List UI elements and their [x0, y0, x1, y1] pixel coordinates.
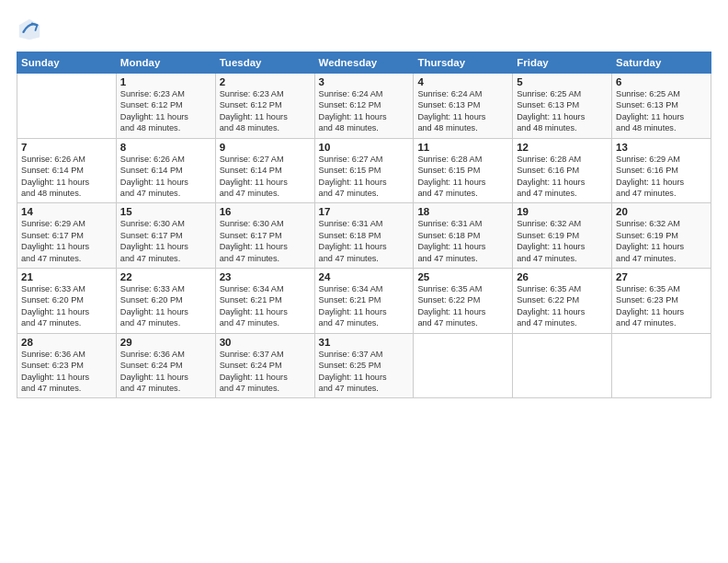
day-info: Sunrise: 6:29 AM Sunset: 6:17 PM Dayligh…: [21, 218, 112, 264]
day-number: 23: [220, 271, 311, 282]
day-info: Sunrise: 6:28 AM Sunset: 6:15 PM Dayligh…: [417, 154, 508, 200]
day-number: 8: [120, 142, 211, 153]
day-info: Sunrise: 6:23 AM Sunset: 6:12 PM Dayligh…: [120, 88, 211, 134]
day-number: 2: [220, 76, 311, 87]
weekday-header-row: SundayMondayTuesdayWednesdayThursdayFrid…: [17, 52, 711, 74]
calendar-cell: 28Sunrise: 6:36 AM Sunset: 6:23 PM Dayli…: [17, 333, 117, 398]
calendar-cell: 11Sunrise: 6:28 AM Sunset: 6:15 PM Dayli…: [414, 138, 513, 203]
day-number: 27: [616, 271, 707, 282]
calendar-week-row: 14Sunrise: 6:29 AM Sunset: 6:17 PM Dayli…: [17, 203, 711, 269]
day-number: 21: [21, 271, 112, 282]
calendar-cell: [414, 333, 513, 398]
day-info: Sunrise: 6:27 AM Sunset: 6:14 PM Dayligh…: [220, 154, 311, 200]
day-info: Sunrise: 6:28 AM Sunset: 6:16 PM Dayligh…: [517, 154, 608, 200]
day-info: Sunrise: 6:33 AM Sunset: 6:20 PM Dayligh…: [120, 283, 211, 329]
calendar-cell: 26Sunrise: 6:35 AM Sunset: 6:22 PM Dayli…: [513, 269, 612, 334]
weekday-header-thursday: Thursday: [414, 52, 513, 74]
day-number: 17: [319, 206, 410, 217]
day-info: Sunrise: 6:32 AM Sunset: 6:19 PM Dayligh…: [616, 218, 707, 264]
day-number: 13: [616, 142, 707, 153]
day-number: 15: [120, 206, 211, 217]
weekday-header-wednesday: Wednesday: [314, 52, 414, 74]
day-number: 20: [616, 206, 707, 217]
calendar-cell: 24Sunrise: 6:34 AM Sunset: 6:21 PM Dayli…: [314, 269, 414, 334]
day-number: 22: [120, 271, 211, 282]
day-info: Sunrise: 6:26 AM Sunset: 6:14 PM Dayligh…: [21, 154, 112, 200]
calendar-cell: 2Sunrise: 6:23 AM Sunset: 6:12 PM Daylig…: [215, 74, 314, 139]
day-info: Sunrise: 6:25 AM Sunset: 6:13 PM Dayligh…: [616, 88, 707, 134]
day-number: 12: [517, 142, 608, 153]
logo-icon: [17, 17, 42, 42]
day-info: Sunrise: 6:36 AM Sunset: 6:24 PM Dayligh…: [120, 349, 211, 395]
day-info: Sunrise: 6:34 AM Sunset: 6:21 PM Dayligh…: [220, 283, 311, 329]
day-info: Sunrise: 6:32 AM Sunset: 6:19 PM Dayligh…: [517, 218, 608, 264]
weekday-header-tuesday: Tuesday: [215, 52, 314, 74]
day-info: Sunrise: 6:31 AM Sunset: 6:18 PM Dayligh…: [417, 218, 508, 264]
day-number: 19: [517, 206, 608, 217]
day-info: Sunrise: 6:35 AM Sunset: 6:23 PM Dayligh…: [616, 283, 707, 329]
calendar-cell: 1Sunrise: 6:23 AM Sunset: 6:12 PM Daylig…: [116, 74, 215, 139]
day-info: Sunrise: 6:33 AM Sunset: 6:20 PM Dayligh…: [21, 283, 112, 329]
calendar-cell: 31Sunrise: 6:37 AM Sunset: 6:25 PM Dayli…: [314, 333, 414, 398]
calendar-cell: 20Sunrise: 6:32 AM Sunset: 6:19 PM Dayli…: [612, 203, 711, 269]
weekday-header-sunday: Sunday: [17, 52, 117, 74]
day-number: 10: [319, 142, 410, 153]
svg-marker-0: [19, 19, 40, 40]
day-number: 28: [21, 337, 112, 348]
day-info: Sunrise: 6:24 AM Sunset: 6:13 PM Dayligh…: [417, 88, 508, 134]
calendar-cell: 7Sunrise: 6:26 AM Sunset: 6:14 PM Daylig…: [17, 138, 117, 203]
day-info: Sunrise: 6:23 AM Sunset: 6:12 PM Dayligh…: [220, 88, 311, 134]
day-number: 1: [120, 76, 211, 87]
calendar-cell: 4Sunrise: 6:24 AM Sunset: 6:13 PM Daylig…: [414, 74, 513, 139]
calendar-table: SundayMondayTuesdayWednesdayThursdayFrid…: [17, 52, 711, 398]
calendar-cell: 23Sunrise: 6:34 AM Sunset: 6:21 PM Dayli…: [215, 269, 314, 334]
calendar-cell: 12Sunrise: 6:28 AM Sunset: 6:16 PM Dayli…: [513, 138, 612, 203]
calendar-cell: 5Sunrise: 6:25 AM Sunset: 6:13 PM Daylig…: [513, 74, 612, 139]
calendar-cell: 18Sunrise: 6:31 AM Sunset: 6:18 PM Dayli…: [414, 203, 513, 269]
day-number: 11: [417, 142, 508, 153]
day-number: 25: [417, 271, 508, 282]
day-info: Sunrise: 6:30 AM Sunset: 6:17 PM Dayligh…: [120, 218, 211, 264]
day-number: 16: [220, 206, 311, 217]
calendar-week-row: 7Sunrise: 6:26 AM Sunset: 6:14 PM Daylig…: [17, 138, 711, 203]
day-number: 29: [120, 337, 211, 348]
day-number: 14: [21, 206, 112, 217]
calendar-cell: 16Sunrise: 6:30 AM Sunset: 6:17 PM Dayli…: [215, 203, 314, 269]
weekday-header-saturday: Saturday: [612, 52, 711, 74]
calendar-cell: 21Sunrise: 6:33 AM Sunset: 6:20 PM Dayli…: [17, 269, 117, 334]
day-number: 5: [517, 76, 608, 87]
calendar-cell: 25Sunrise: 6:35 AM Sunset: 6:22 PM Dayli…: [414, 269, 513, 334]
day-number: 30: [220, 337, 311, 348]
calendar-cell: [17, 74, 117, 139]
day-info: Sunrise: 6:36 AM Sunset: 6:23 PM Dayligh…: [21, 349, 112, 395]
calendar-cell: 14Sunrise: 6:29 AM Sunset: 6:17 PM Dayli…: [17, 203, 117, 269]
calendar-cell: 6Sunrise: 6:25 AM Sunset: 6:13 PM Daylig…: [612, 74, 711, 139]
calendar-cell: [612, 333, 711, 398]
day-info: Sunrise: 6:31 AM Sunset: 6:18 PM Dayligh…: [319, 218, 410, 264]
calendar-cell: 30Sunrise: 6:37 AM Sunset: 6:24 PM Dayli…: [215, 333, 314, 398]
logo: [17, 17, 47, 42]
day-number: 31: [319, 337, 410, 348]
day-number: 7: [21, 142, 112, 153]
day-info: Sunrise: 6:26 AM Sunset: 6:14 PM Dayligh…: [120, 154, 211, 200]
day-info: Sunrise: 6:29 AM Sunset: 6:16 PM Dayligh…: [616, 154, 707, 200]
calendar-cell: 19Sunrise: 6:32 AM Sunset: 6:19 PM Dayli…: [513, 203, 612, 269]
day-info: Sunrise: 6:34 AM Sunset: 6:21 PM Dayligh…: [319, 283, 410, 329]
calendar-cell: 15Sunrise: 6:30 AM Sunset: 6:17 PM Dayli…: [116, 203, 215, 269]
calendar-cell: 27Sunrise: 6:35 AM Sunset: 6:23 PM Dayli…: [612, 269, 711, 334]
calendar-cell: 22Sunrise: 6:33 AM Sunset: 6:20 PM Dayli…: [116, 269, 215, 334]
weekday-header-monday: Monday: [116, 52, 215, 74]
calendar-cell: 8Sunrise: 6:26 AM Sunset: 6:14 PM Daylig…: [116, 138, 215, 203]
day-info: Sunrise: 6:25 AM Sunset: 6:13 PM Dayligh…: [517, 88, 608, 134]
day-info: Sunrise: 6:35 AM Sunset: 6:22 PM Dayligh…: [417, 283, 508, 329]
calendar-cell: 9Sunrise: 6:27 AM Sunset: 6:14 PM Daylig…: [215, 138, 314, 203]
weekday-header-friday: Friday: [513, 52, 612, 74]
calendar-cell: 13Sunrise: 6:29 AM Sunset: 6:16 PM Dayli…: [612, 138, 711, 203]
day-info: Sunrise: 6:37 AM Sunset: 6:24 PM Dayligh…: [220, 349, 311, 395]
day-info: Sunrise: 6:35 AM Sunset: 6:22 PM Dayligh…: [517, 283, 608, 329]
day-info: Sunrise: 6:27 AM Sunset: 6:15 PM Dayligh…: [319, 154, 410, 200]
page: SundayMondayTuesdayWednesdayThursdayFrid…: [0, 0, 728, 563]
calendar-week-row: 1Sunrise: 6:23 AM Sunset: 6:12 PM Daylig…: [17, 74, 711, 139]
header: [17, 17, 711, 42]
calendar-cell: 29Sunrise: 6:36 AM Sunset: 6:24 PM Dayli…: [116, 333, 215, 398]
